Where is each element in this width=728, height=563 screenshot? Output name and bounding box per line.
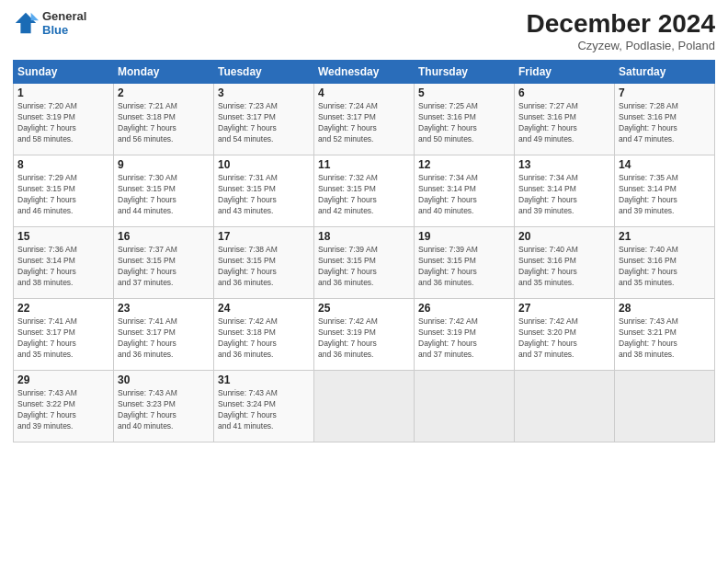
calendar-subtitle: Czyzew, Podlasie, Poland xyxy=(527,39,715,52)
day-number: 30 xyxy=(118,373,210,386)
day-detail: Sunrise: 7:23 AM Sunset: 3:17 PM Dayligh… xyxy=(218,101,310,145)
day-number: 22 xyxy=(17,302,109,315)
calendar-week-row: 22Sunrise: 7:41 AM Sunset: 3:17 PM Dayli… xyxy=(14,299,715,371)
table-row: 4Sunrise: 7:24 AM Sunset: 3:17 PM Daylig… xyxy=(314,84,415,155)
day-detail: Sunrise: 7:30 AM Sunset: 3:15 PM Dayligh… xyxy=(118,173,210,217)
table-row: 10Sunrise: 7:31 AM Sunset: 3:15 PM Dayli… xyxy=(214,155,314,227)
day-detail: Sunrise: 7:43 AM Sunset: 3:23 PM Dayligh… xyxy=(118,388,210,432)
day-number: 18 xyxy=(318,230,410,243)
day-detail: Sunrise: 7:41 AM Sunset: 3:17 PM Dayligh… xyxy=(118,316,210,361)
col-thursday: Thursday xyxy=(415,61,515,84)
calendar-week-row: 1Sunrise: 7:20 AM Sunset: 3:19 PM Daylig… xyxy=(14,84,715,155)
table-row: 23Sunrise: 7:41 AM Sunset: 3:17 PM Dayli… xyxy=(114,299,214,371)
day-number: 4 xyxy=(318,86,410,99)
table-row: 22Sunrise: 7:41 AM Sunset: 3:17 PM Dayli… xyxy=(14,299,114,371)
table-row: 28Sunrise: 7:43 AM Sunset: 3:21 PM Dayli… xyxy=(615,299,715,371)
col-friday: Friday xyxy=(515,61,615,84)
day-number: 1 xyxy=(17,86,109,99)
table-row: 24Sunrise: 7:42 AM Sunset: 3:18 PM Dayli… xyxy=(214,299,314,371)
table-row: 3Sunrise: 7:23 AM Sunset: 3:17 PM Daylig… xyxy=(214,84,314,155)
day-detail: Sunrise: 7:20 AM Sunset: 3:19 PM Dayligh… xyxy=(17,101,109,145)
day-number: 28 xyxy=(619,302,711,315)
day-detail: Sunrise: 7:40 AM Sunset: 3:16 PM Dayligh… xyxy=(619,245,711,289)
table-row: 17Sunrise: 7:38 AM Sunset: 3:15 PM Dayli… xyxy=(214,227,314,299)
page-header: General Blue December 2024 Czyzew, Podla… xyxy=(13,9,715,52)
day-number: 26 xyxy=(418,302,510,315)
day-number: 8 xyxy=(17,158,109,171)
col-tuesday: Tuesday xyxy=(214,61,314,84)
day-number: 21 xyxy=(619,230,711,243)
day-detail: Sunrise: 7:25 AM Sunset: 3:16 PM Dayligh… xyxy=(418,101,510,145)
table-row: 13Sunrise: 7:34 AM Sunset: 3:14 PM Dayli… xyxy=(515,155,615,227)
title-block: December 2024 Czyzew, Podlasie, Poland xyxy=(527,9,715,52)
logo-icon xyxy=(13,10,39,36)
day-detail: Sunrise: 7:39 AM Sunset: 3:15 PM Dayligh… xyxy=(318,245,410,289)
day-detail: Sunrise: 7:28 AM Sunset: 3:16 PM Dayligh… xyxy=(619,101,711,145)
table-row: 8Sunrise: 7:29 AM Sunset: 3:15 PM Daylig… xyxy=(14,155,114,227)
page-container: General Blue December 2024 Czyzew, Podla… xyxy=(0,0,728,563)
col-monday: Monday xyxy=(114,61,214,84)
day-detail: Sunrise: 7:42 AM Sunset: 3:18 PM Dayligh… xyxy=(218,316,310,361)
day-detail: Sunrise: 7:21 AM Sunset: 3:18 PM Dayligh… xyxy=(118,101,210,145)
table-row xyxy=(615,371,715,442)
table-row: 30Sunrise: 7:43 AM Sunset: 3:23 PM Dayli… xyxy=(114,371,214,442)
day-detail: Sunrise: 7:32 AM Sunset: 3:15 PM Dayligh… xyxy=(318,173,410,217)
day-detail: Sunrise: 7:27 AM Sunset: 3:16 PM Dayligh… xyxy=(518,101,610,145)
table-row: 9Sunrise: 7:30 AM Sunset: 3:15 PM Daylig… xyxy=(114,155,214,227)
day-number: 9 xyxy=(118,158,210,171)
day-detail: Sunrise: 7:36 AM Sunset: 3:14 PM Dayligh… xyxy=(17,245,109,289)
table-row: 15Sunrise: 7:36 AM Sunset: 3:14 PM Dayli… xyxy=(14,227,114,299)
day-number: 15 xyxy=(17,230,109,243)
table-row xyxy=(515,371,615,442)
day-detail: Sunrise: 7:29 AM Sunset: 3:15 PM Dayligh… xyxy=(17,173,109,217)
day-detail: Sunrise: 7:34 AM Sunset: 3:14 PM Dayligh… xyxy=(418,173,510,217)
day-number: 7 xyxy=(619,86,711,99)
day-number: 31 xyxy=(218,373,310,386)
table-row: 1Sunrise: 7:20 AM Sunset: 3:19 PM Daylig… xyxy=(14,84,114,155)
table-row: 20Sunrise: 7:40 AM Sunset: 3:16 PM Dayli… xyxy=(515,227,615,299)
day-number: 29 xyxy=(17,373,109,386)
day-number: 10 xyxy=(218,158,310,171)
logo-text: General Blue xyxy=(42,9,86,37)
day-detail: Sunrise: 7:41 AM Sunset: 3:17 PM Dayligh… xyxy=(17,316,109,361)
calendar-week-row: 8Sunrise: 7:29 AM Sunset: 3:15 PM Daylig… xyxy=(14,155,715,227)
day-number: 19 xyxy=(418,230,510,243)
day-detail: Sunrise: 7:24 AM Sunset: 3:17 PM Dayligh… xyxy=(318,101,410,145)
day-number: 13 xyxy=(518,158,610,171)
day-number: 2 xyxy=(118,86,210,99)
table-row: 21Sunrise: 7:40 AM Sunset: 3:16 PM Dayli… xyxy=(615,227,715,299)
table-row: 31Sunrise: 7:43 AM Sunset: 3:24 PM Dayli… xyxy=(214,371,314,442)
table-row xyxy=(314,371,415,442)
table-row xyxy=(415,371,515,442)
day-number: 27 xyxy=(518,302,610,315)
day-detail: Sunrise: 7:37 AM Sunset: 3:15 PM Dayligh… xyxy=(118,245,210,289)
table-row: 26Sunrise: 7:42 AM Sunset: 3:19 PM Dayli… xyxy=(415,299,515,371)
table-row: 11Sunrise: 7:32 AM Sunset: 3:15 PM Dayli… xyxy=(314,155,415,227)
day-detail: Sunrise: 7:42 AM Sunset: 3:20 PM Dayligh… xyxy=(518,316,610,361)
day-detail: Sunrise: 7:40 AM Sunset: 3:16 PM Dayligh… xyxy=(518,245,610,289)
table-row: 12Sunrise: 7:34 AM Sunset: 3:14 PM Dayli… xyxy=(415,155,515,227)
svg-marker-1 xyxy=(31,13,39,20)
day-detail: Sunrise: 7:35 AM Sunset: 3:14 PM Dayligh… xyxy=(619,173,711,217)
table-row: 29Sunrise: 7:43 AM Sunset: 3:22 PM Dayli… xyxy=(14,371,114,442)
day-number: 24 xyxy=(218,302,310,315)
day-detail: Sunrise: 7:39 AM Sunset: 3:15 PM Dayligh… xyxy=(418,245,510,289)
logo: General Blue xyxy=(13,9,86,37)
day-number: 23 xyxy=(118,302,210,315)
day-number: 25 xyxy=(318,302,410,315)
day-number: 11 xyxy=(318,158,410,171)
col-sunday: Sunday xyxy=(14,61,114,84)
day-number: 12 xyxy=(418,158,510,171)
day-detail: Sunrise: 7:42 AM Sunset: 3:19 PM Dayligh… xyxy=(318,316,410,361)
day-detail: Sunrise: 7:34 AM Sunset: 3:14 PM Dayligh… xyxy=(518,173,610,217)
day-number: 14 xyxy=(619,158,711,171)
day-number: 5 xyxy=(418,86,510,99)
day-detail: Sunrise: 7:43 AM Sunset: 3:24 PM Dayligh… xyxy=(218,388,310,432)
day-detail: Sunrise: 7:38 AM Sunset: 3:15 PM Dayligh… xyxy=(218,245,310,289)
table-row: 18Sunrise: 7:39 AM Sunset: 3:15 PM Dayli… xyxy=(314,227,415,299)
day-detail: Sunrise: 7:31 AM Sunset: 3:15 PM Dayligh… xyxy=(218,173,310,217)
day-number: 16 xyxy=(118,230,210,243)
table-row: 16Sunrise: 7:37 AM Sunset: 3:15 PM Dayli… xyxy=(114,227,214,299)
calendar-table: Sunday Monday Tuesday Wednesday Thursday… xyxy=(13,60,715,442)
col-wednesday: Wednesday xyxy=(314,61,415,84)
